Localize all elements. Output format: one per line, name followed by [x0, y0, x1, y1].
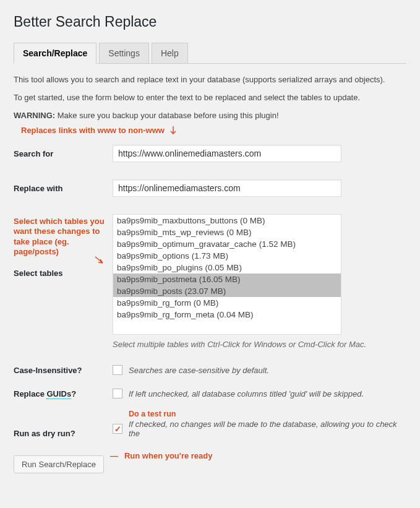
- warning-text: Make sure you backup your database befor…: [55, 111, 278, 120]
- intro-warning: WARNING: Make sure you backup your datab…: [14, 111, 406, 120]
- case-insensitive-label: Case-Insensitive?: [14, 366, 113, 375]
- table-option[interactable]: ba9ps9mib_options (1.73 MB): [113, 250, 341, 262]
- table-option[interactable]: ba9ps9mib_maxbuttons_buttons (0 MB): [113, 215, 341, 226]
- tab-search-replace[interactable]: Search/Replace: [14, 43, 96, 64]
- search-for-label: Search for: [14, 149, 113, 158]
- case-insensitive-help: Searches are case-sensitive by default.: [129, 366, 269, 375]
- tables-help-text: Select multiple tables with Ctrl-Click f…: [113, 340, 406, 349]
- table-option[interactable]: ba9ps9mib_optimum_gravatar_cache (1.52 M…: [113, 238, 341, 250]
- table-option[interactable]: ba9ps9mib_po_plugins (0.05 MB): [113, 262, 341, 273]
- arrow-down-icon: [168, 124, 177, 136]
- annotation-tables: Select which tables you want these chang…: [14, 217, 113, 257]
- annotation-run: Run when you're ready: [124, 451, 213, 460]
- table-option[interactable]: ba9ps9mib_postmeta (16.05 MB): [113, 273, 341, 285]
- dry-run-label: Run as dry run?: [14, 418, 113, 438]
- replace-with-label: Replace with: [14, 184, 113, 193]
- guids-help-link[interactable]: GUIDs: [46, 389, 71, 399]
- tab-help[interactable]: Help: [152, 43, 188, 63]
- run-search-replace-button[interactable]: Run Search/Replace: [14, 455, 104, 473]
- table-option[interactable]: ba9ps9mib_posts (23.07 MB): [113, 285, 341, 297]
- replace-guids-checkbox[interactable]: [113, 389, 122, 398]
- table-option[interactable]: ba9ps9mib_rg_form (0 MB): [113, 297, 341, 309]
- dry-run-help: If checked, no changes will be made to t…: [129, 420, 406, 438]
- replace-guids-help: If left unchecked, all database columns …: [129, 389, 364, 398]
- tab-bar: Search/Replace Settings Help: [14, 43, 406, 64]
- intro-line-2: To get started, use the form below to en…: [14, 93, 406, 102]
- replace-guids-label: Replace GUIDs?: [14, 389, 113, 398]
- page-title: Better Search Replace: [14, 14, 406, 30]
- table-option[interactable]: ba9ps9mib_mts_wp_reviews (0 MB): [113, 226, 341, 238]
- case-insensitive-checkbox[interactable]: [113, 365, 122, 375]
- search-for-input[interactable]: [113, 145, 341, 162]
- intro-line-1: This tool allows you to search and repla…: [14, 75, 406, 84]
- warning-label: WARNING:: [14, 111, 55, 120]
- table-option[interactable]: ba9ps9mib_rg_form_meta (0.04 MB): [113, 309, 341, 321]
- annotation-dash-icon: —: [110, 451, 118, 460]
- annotation-dry-run: Do a test run: [129, 410, 406, 418]
- tables-listbox[interactable]: ba9ps9mib_maxbuttons_buttons (0 MB)ba9ps…: [113, 214, 341, 335]
- annotation-top: Replaces links with www to non-www: [21, 124, 406, 136]
- tab-settings[interactable]: Settings: [99, 43, 149, 63]
- arrow-right-icon: [94, 256, 106, 264]
- replace-with-input[interactable]: [113, 179, 341, 197]
- select-tables-label: Select tables: [14, 269, 113, 278]
- dry-run-checkbox[interactable]: [113, 424, 122, 434]
